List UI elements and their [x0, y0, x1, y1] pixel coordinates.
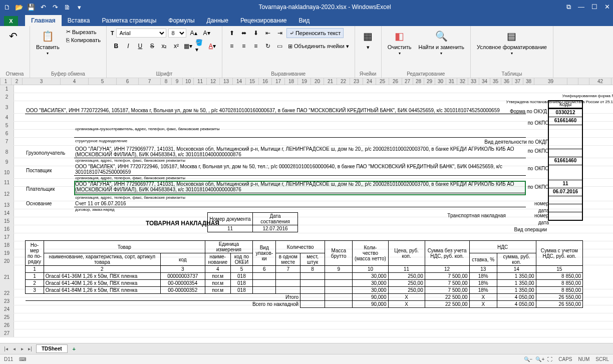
tab-home[interactable]: Главная	[25, 15, 62, 26]
decrease-font-icon[interactable]: A▾	[201, 28, 212, 38]
app-icon[interactable]: X	[4, 16, 18, 26]
row-header[interactable]: 17	[0, 233, 14, 241]
bold-icon[interactable]: B	[111, 41, 122, 51]
col-header[interactable]: 13	[220, 78, 233, 85]
col-header[interactable]: 5	[89, 78, 117, 85]
cells-button[interactable]: ▦▾	[359, 28, 377, 52]
minimize-icon[interactable]: —	[578, 3, 584, 11]
row-header[interactable]: 2	[0, 93, 14, 101]
paste-button[interactable]: 📋Вставить▾	[34, 28, 62, 57]
row-header[interactable]: 3	[0, 101, 14, 113]
row-header[interactable]: 18	[0, 241, 14, 249]
tab-insert[interactable]: Вставка	[62, 15, 96, 26]
font-format-icon[interactable]: T	[111, 30, 114, 36]
col-header[interactable]: 10	[183, 78, 194, 85]
row-header[interactable]: 11	[0, 179, 14, 186]
row-header[interactable]: 16	[0, 225, 14, 233]
close-icon[interactable]: ✕	[604, 3, 610, 11]
align-left-icon[interactable]: ≡	[226, 41, 237, 51]
new-icon[interactable]: 🗋	[3, 3, 11, 11]
undo-icon[interactable]: ↶	[39, 3, 47, 11]
cut-button[interactable]: ✂ Вырезать	[65, 28, 102, 36]
tab-review[interactable]: Рецензирование	[234, 15, 293, 26]
strike-icon[interactable]: S	[147, 41, 158, 51]
col-header[interactable]: 1	[1, 78, 12, 85]
rotate-icon[interactable]: ↻	[262, 41, 273, 51]
row-header[interactable]: 10	[0, 166, 14, 178]
sup-icon[interactable]: x²	[171, 41, 182, 51]
col-header[interactable]: 16	[259, 78, 272, 85]
print-preview-icon[interactable]: 🗎	[63, 3, 71, 11]
row-header[interactable]: 20	[0, 257, 14, 265]
col-header[interactable]	[567, 78, 578, 85]
col-header[interactable]: 7	[139, 78, 161, 85]
col-header[interactable]: 22	[337, 78, 350, 85]
col-header[interactable]: 25	[376, 78, 389, 85]
keyboard-icon[interactable]: ⌨	[19, 356, 26, 362]
font-name-select[interactable]: Arial	[116, 29, 166, 38]
redo-icon[interactable]: ↷	[51, 3, 59, 11]
tab-view[interactable]: Вид	[293, 15, 316, 26]
find-button[interactable]: 🔍Найти и заменить▾	[417, 28, 466, 57]
clear-button[interactable]: ◧Очистить▾	[386, 28, 414, 57]
add-sheet-icon[interactable]: +	[70, 346, 79, 352]
row-header[interactable]: 26	[0, 321, 14, 329]
sheet-area[interactable]: 1234567891011121314151617181920212223242…	[0, 78, 613, 343]
maximize-icon[interactable]: ☐	[591, 3, 597, 11]
row-header[interactable]: 25	[0, 313, 14, 321]
col-header[interactable]: 3	[23, 78, 61, 85]
zoom-fit-icon[interactable]: ⛶	[547, 356, 552, 362]
col-header[interactable]	[578, 78, 589, 85]
col-header[interactable]: 38	[523, 78, 534, 85]
col-header[interactable]: 4	[61, 78, 89, 85]
col-header[interactable]: 28	[413, 78, 424, 85]
row-header[interactable]: 22	[0, 289, 14, 297]
tab-nav-next-icon[interactable]: ▸	[18, 346, 26, 351]
col-header[interactable]: 29	[424, 78, 435, 85]
row-header[interactable]: 7	[0, 138, 14, 145]
row-header[interactable]: 8	[0, 146, 14, 158]
row-header[interactable]: 13	[0, 201, 14, 209]
align-center-icon[interactable]: ≡	[238, 41, 249, 51]
row-header[interactable]: 27	[0, 329, 14, 337]
col-header[interactable]: 37	[512, 78, 523, 85]
sheet-tab[interactable]: TDSheet	[36, 344, 68, 353]
col-header[interactable]: 18	[285, 78, 298, 85]
col-header[interactable]: 32	[457, 78, 468, 85]
col-header[interactable]: 20	[311, 78, 324, 85]
merge-icon[interactable]: ▭	[274, 41, 285, 51]
tab-nav-last-icon[interactable]: ▸|	[26, 346, 34, 351]
col-header[interactable]: 12	[207, 78, 220, 85]
row-header[interactable]: 21	[0, 265, 14, 289]
tab-nav-first-icon[interactable]: |◂	[2, 346, 10, 351]
row-header[interactable]: 23	[0, 297, 14, 305]
tab-data[interactable]: Данные	[201, 15, 234, 26]
col-header[interactable]: 33	[468, 78, 479, 85]
col-header[interactable]: 31	[446, 78, 457, 85]
grid[interactable]: 1234567891011121314151617181920212223242…	[0, 85, 613, 337]
wrap-text-button[interactable]: ⤶ Переносить текст	[286, 28, 344, 38]
row-header[interactable]: 15	[0, 217, 14, 225]
align-bot-icon[interactable]: ⬇	[250, 28, 261, 38]
font-size-select[interactable]: 8	[168, 29, 186, 38]
fill-color-icon[interactable]: 🪣▾	[195, 41, 206, 51]
col-header[interactable]: 39	[534, 78, 567, 85]
col-header[interactable]: 14	[233, 78, 246, 85]
row-header[interactable]: 12	[0, 187, 14, 201]
col-header[interactable]: 15	[246, 78, 259, 85]
italic-icon[interactable]: I	[123, 41, 134, 51]
save-icon[interactable]: 💾	[27, 3, 35, 11]
tab-nav-prev-icon[interactable]: ◂	[10, 346, 18, 351]
row-header[interactable]: 9	[0, 158, 14, 166]
row-header[interactable]: 1	[0, 85, 14, 93]
col-header[interactable]: 26	[389, 78, 402, 85]
row-header[interactable]: 14	[0, 209, 14, 217]
copy-button[interactable]: ⎘ Копировать	[65, 37, 102, 44]
zoom-in-icon[interactable]: 🔍+	[535, 356, 544, 362]
col-header[interactable]: 30	[435, 78, 446, 85]
tab-formulas[interactable]: Формулы	[162, 15, 200, 26]
col-header[interactable]: 36	[501, 78, 512, 85]
indent-inc-icon[interactable]: ⇥	[274, 28, 285, 38]
col-header[interactable]: 35	[490, 78, 501, 85]
font-color-icon[interactable]: A▾	[207, 41, 218, 51]
